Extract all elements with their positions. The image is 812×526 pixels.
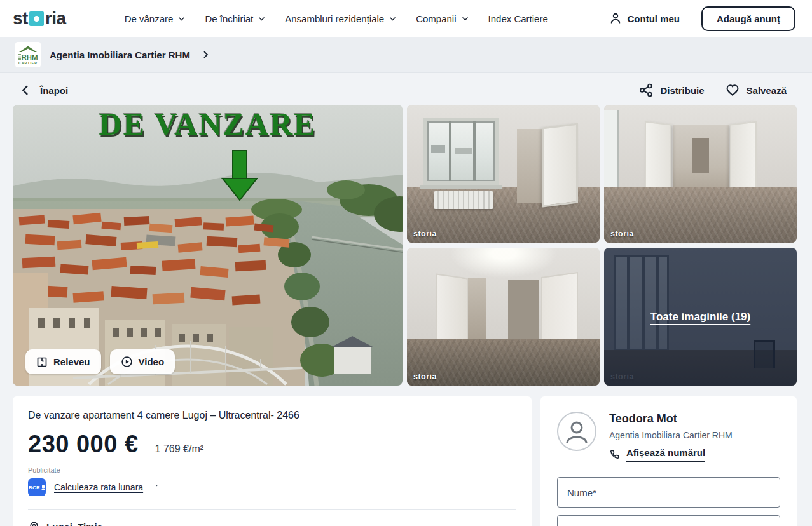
share-icon: [638, 83, 654, 98]
storia-logo[interactable]: stria: [13, 8, 66, 29]
loan-calculator-row: BCR Calculeaza rata lunara: [28, 478, 516, 496]
logo-text-pre: st: [13, 8, 28, 29]
phone-icon: [609, 449, 620, 460]
price: 230 000 €: [28, 431, 139, 458]
back-button[interactable]: Înapoi: [19, 83, 68, 97]
location-row: Lugoj, Timis: [28, 521, 516, 526]
gallery-thumb-1[interactable]: storia: [407, 105, 600, 243]
chevron-right-icon[interactable]: [200, 50, 210, 60]
agent-row: Teodora Mot Agentia Imobiliara Cartier R…: [557, 412, 780, 462]
agent-agency: Agentia Imobiliara Cartier RHM: [609, 430, 733, 440]
listing-toolbar: Înapoi Distribuie Salvează: [0, 73, 812, 98]
person-icon: [563, 417, 591, 445]
header-right: Contul meu Adaugă anunț: [609, 6, 796, 31]
listing-title: De vanzare apartament 4 camere Lugoj – U…: [28, 410, 516, 421]
open-door: [542, 123, 578, 208]
sale-overlay-text: DE VANZARE: [99, 105, 317, 142]
chevron-down-icon: [389, 15, 397, 23]
main-photo[interactable]: DE VANZARE Releveu Video: [13, 105, 403, 386]
storia-listing-page: stria De vânzare De închiriat Ansambluri…: [0, 0, 812, 526]
play-icon: [121, 356, 133, 368]
room-window: [423, 118, 499, 185]
agency-breadcrumb-bar: RHM CARTIER Agentia Imobiliara Cartier R…: [0, 37, 812, 73]
add-listing-button[interactable]: Adaugă anunț: [701, 6, 795, 31]
user-icon: [609, 12, 622, 25]
main-nav: De vânzare De închiriat Ansambluri rezid…: [125, 13, 548, 24]
chevron-left-icon: [19, 83, 32, 97]
all-images-link[interactable]: Toate imaginile (19): [650, 311, 750, 323]
storia-watermark: storia: [610, 229, 634, 238]
nav-companii[interactable]: Companii: [416, 13, 469, 24]
second-input[interactable]: [557, 515, 780, 526]
photo-action-buttons: Releveu Video: [25, 349, 175, 374]
logo-o-icon: [29, 11, 44, 26]
location-text: Lugoj, Timis: [46, 522, 102, 526]
storia-watermark: storia: [413, 372, 437, 381]
contact-card: Teodora Mot Agentia Imobiliara Cartier R…: [540, 396, 797, 526]
thumb-column-2: storia storia Toate imaginile (19): [604, 105, 797, 386]
chevron-down-icon: [461, 15, 469, 23]
storia-watermark: storia: [413, 229, 437, 238]
listing-details-card: De vanzare apartament 4 camere Lugoj – U…: [13, 396, 532, 526]
section-divider: [28, 509, 516, 510]
top-nav-bar: stria De vânzare De închiriat Ansambluri…: [0, 0, 812, 37]
share-button[interactable]: Distribuie: [638, 83, 704, 98]
info-icon[interactable]: [151, 482, 162, 493]
svg-text:RHM: RHM: [21, 53, 38, 61]
agency-roof-icon: [19, 46, 37, 53]
toolbar-actions: Distribuie Salvează: [638, 83, 787, 98]
all-images-tile[interactable]: storia Toate imaginile (19): [604, 248, 797, 386]
floorplan-icon: [36, 356, 48, 368]
map-pin-icon: [28, 521, 40, 526]
show-phone-button[interactable]: Afișează numărul: [609, 447, 733, 462]
save-button[interactable]: Salvează: [725, 83, 787, 98]
nav-de-inchiriat[interactable]: De închiriat: [205, 13, 266, 24]
video-button[interactable]: Video: [110, 349, 175, 374]
radiator: [434, 191, 493, 209]
price-per-sqm: 1 769 €/m²: [155, 443, 203, 455]
content-row: De vanzare apartament 4 camere Lugoj – U…: [0, 386, 812, 526]
agent-name: Teodora Mot: [609, 412, 733, 426]
floorplan-button[interactable]: Releveu: [25, 349, 101, 374]
account-button[interactable]: Contul meu: [609, 12, 680, 25]
svg-text:CARTIER: CARTIER: [18, 61, 38, 65]
ad-label: Publicitate: [28, 466, 516, 474]
price-row: 230 000 € 1 769 €/m²: [28, 431, 516, 458]
chevron-down-icon: [258, 15, 266, 23]
room-window: [604, 110, 619, 187]
nav-index-cartiere[interactable]: Index Cartiere: [488, 13, 548, 24]
agent-avatar: [557, 412, 596, 451]
aerial-town-image: [13, 105, 403, 386]
agency-name[interactable]: Agentia Imobiliara Cartier RHM: [50, 50, 190, 60]
nav-ansambluri[interactable]: Ansambluri rezidențiale: [285, 13, 397, 24]
logo-text-post: ria: [45, 8, 66, 29]
bcr-bank-logo: BCR: [28, 478, 46, 496]
chevron-down-icon: [177, 15, 186, 23]
agency-logo[interactable]: RHM CARTIER: [15, 42, 41, 67]
ceiling-lamp: [450, 248, 558, 278]
loan-calculator-link[interactable]: Calculeaza rata lunara: [54, 482, 143, 492]
gallery-thumb-3[interactable]: storia: [407, 248, 600, 386]
thumb-column-1: storia storia: [407, 105, 600, 386]
photo-gallery: DE VANZARE Releveu Video: [0, 98, 812, 386]
heart-icon: [725, 83, 740, 98]
gallery-thumb-2[interactable]: storia: [604, 105, 797, 243]
nav-de-vanzare[interactable]: De vânzare: [125, 13, 186, 24]
name-input[interactable]: [557, 477, 780, 508]
bcr-lion-icon: [41, 485, 45, 490]
